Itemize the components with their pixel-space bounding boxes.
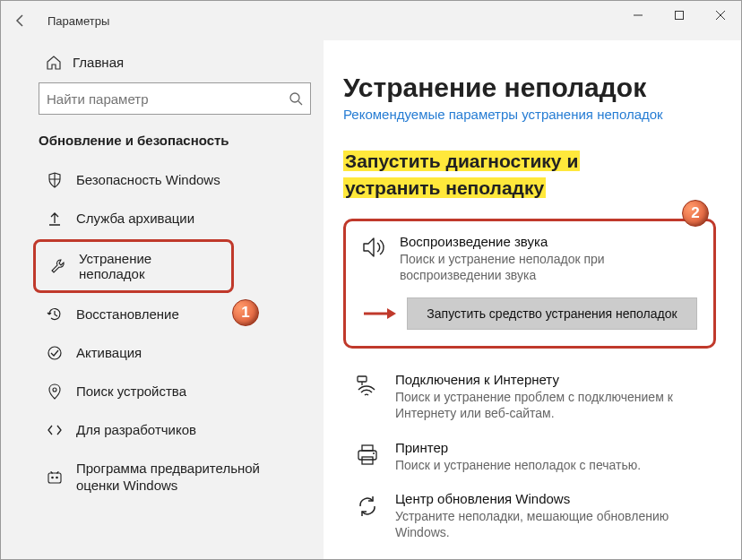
sidebar-item-activation[interactable]: Активация: [1, 333, 324, 372]
section-heading-highlight: Запустить диагностику и устранить непола…: [343, 151, 580, 198]
sidebar-item-label: Программа предварительной оценки Windows: [76, 461, 291, 495]
close-button[interactable]: [700, 1, 741, 30]
svg-rect-12: [362, 445, 373, 451]
main-content: Устранение неполадок Рекомендуемые парам…: [324, 40, 741, 559]
svg-point-4: [48, 347, 61, 359]
sidebar-section-title: Обновление и безопасность: [1, 133, 324, 160]
home-icon: [46, 55, 62, 71]
svg-point-5: [53, 388, 56, 392]
troubleshooter-title: Центр обновления Windows: [395, 491, 712, 506]
sidebar-item-developers[interactable]: Для разработчиков: [1, 410, 324, 449]
back-button[interactable]: [1, 1, 40, 40]
svg-point-15: [373, 452, 375, 454]
check-circle-icon: [46, 344, 64, 362]
wifi-icon: [352, 372, 383, 402]
sidebar-item-label: Для разработчиков: [76, 422, 196, 437]
search-box[interactable]: [39, 82, 311, 115]
troubleshooter-audio-box: Воспроизведение звука Поиск и устранение…: [343, 219, 716, 349]
sidebar: Главная Обновление и безопасность Безопа…: [1, 40, 324, 559]
page-title: Устранение неполадок: [343, 73, 716, 103]
svg-point-2: [290, 93, 299, 102]
troubleshooter-internet[interactable]: Подключения к Интернету Поиск и устранен…: [343, 363, 716, 430]
troubleshooter-desc: Поиск и устранение неполадок при воспрои…: [400, 251, 697, 283]
sidebar-item-label: Безопасность Windows: [76, 172, 220, 187]
sidebar-item-recovery[interactable]: Восстановление: [1, 295, 324, 333]
sidebar-item-backup[interactable]: Служба архивации: [1, 199, 324, 237]
sidebar-home[interactable]: Главная: [1, 47, 324, 82]
svg-line-3: [298, 101, 302, 105]
truncated-link[interactable]: Рекомендуемые параметры устранения непол…: [343, 110, 663, 122]
troubleshooter-desc: Устраните неполадки, мешающие обновлению…: [395, 508, 712, 540]
window-controls: [617, 1, 741, 30]
troubleshooter-title: Воспроизведение звука: [400, 234, 697, 249]
svg-rect-14: [362, 457, 373, 464]
window-title: Параметры: [47, 14, 109, 28]
location-icon: [46, 383, 64, 401]
arrow-right-icon: [362, 306, 398, 321]
history-icon: [46, 306, 64, 323]
sidebar-item-label: Активация: [76, 345, 142, 360]
search-input[interactable]: [47, 91, 289, 107]
insider-icon: [46, 469, 64, 487]
maximize-button[interactable]: [659, 1, 700, 30]
sidebar-item-label: Поиск устройства: [76, 383, 186, 399]
truncated-link-row: Рекомендуемые параметры устранения непол…: [343, 110, 716, 126]
sidebar-item-label: Восстановление: [76, 306, 179, 322]
sidebar-item-label: Служба архивации: [76, 211, 194, 226]
troubleshooter-desc: Поиск и устранение проблем с подключение…: [395, 389, 712, 421]
svg-rect-13: [358, 451, 376, 460]
svg-point-7: [51, 476, 54, 478]
svg-rect-6: [48, 473, 61, 483]
troubleshooter-title: Принтер: [395, 440, 641, 455]
sidebar-home-label: Главная: [73, 55, 124, 70]
troubleshooter-title: Подключения к Интернету: [395, 372, 712, 387]
update-icon: [352, 491, 383, 521]
upload-icon: [46, 210, 64, 228]
sidebar-item-insider[interactable]: Программа предварительной оценки Windows: [1, 449, 324, 506]
wrench-icon: [48, 257, 66, 275]
sidebar-item-security[interactable]: Безопасность Windows: [1, 160, 324, 199]
svg-rect-10: [358, 376, 367, 382]
troubleshooter-audio[interactable]: Воспроизведение звука Поиск и устранение…: [358, 234, 697, 283]
run-troubleshooter-button[interactable]: Запустить средство устранения неполадок: [407, 297, 697, 330]
svg-rect-1: [676, 12, 684, 20]
svg-point-8: [56, 476, 58, 478]
printer-icon: [352, 440, 383, 470]
annotation-marker-2: 2: [682, 200, 709, 227]
annotation-marker-1: 1: [232, 299, 259, 326]
code-icon: [46, 421, 64, 439]
minimize-button[interactable]: [617, 1, 659, 30]
sidebar-item-troubleshoot[interactable]: Устранение неполадок: [33, 239, 234, 293]
titlebar: Параметры: [1, 1, 741, 40]
search-icon: [289, 91, 303, 106]
sidebar-item-label: Устранение неполадок: [79, 251, 219, 281]
shield-icon: [46, 171, 64, 189]
troubleshooter-desc: Поиск и устранение неполадок с печатью.: [395, 457, 641, 473]
troubleshooter-printer[interactable]: Принтер Поиск и устранение неполадок с п…: [343, 431, 716, 482]
speaker-icon: [358, 234, 389, 264]
sidebar-item-find-device[interactable]: Поиск устройства: [1, 372, 324, 410]
troubleshooter-windows-update[interactable]: Центр обновления Windows Устраните непол…: [343, 482, 716, 549]
